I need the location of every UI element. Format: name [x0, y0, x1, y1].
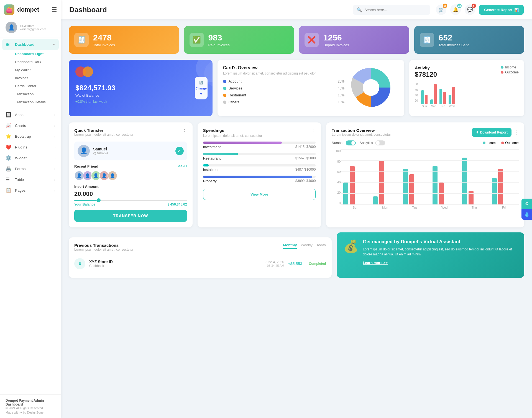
cards-overview-title: Card's Overview — [223, 65, 344, 70]
analytics-toggle[interactable] — [375, 140, 385, 145]
sidebar-item-dashboard[interactable]: ⊞ Dashboard ▼ — [2, 39, 59, 50]
others-pct: 15% — [338, 100, 344, 104]
submenu-item-invoices[interactable]: Invoices — [0, 74, 61, 82]
outcome-bar-sun — [425, 95, 428, 104]
total-sent-icon: 🧾 — [420, 33, 434, 47]
sidebar-item-widget[interactable]: ⚙️ Widget › — [0, 153, 61, 163]
sidebar-item-label-pages: Pages — [15, 188, 25, 193]
tx-tab-today[interactable]: Today — [316, 243, 326, 249]
property-amount: $3890 /$4000 — [295, 179, 316, 183]
settings-panel-button[interactable]: ⚙ — [521, 199, 532, 209]
submenu-item-transaction[interactable]: Transaction — [0, 90, 61, 98]
prev-tx-desc: Lorem ipsum dolor sit amet, consectetur — [74, 248, 133, 252]
income-bar-wed — [449, 95, 451, 104]
submenu-item-cards-center[interactable]: Cards Center — [0, 82, 61, 90]
cart-button[interactable]: 🛒 2 — [436, 4, 446, 15]
qt-user-card: 👤 Samuel @sam224 ✓ — [74, 142, 187, 160]
sidebar-item-charts[interactable]: 📈 Charts › — [0, 120, 61, 131]
total-invoices-icon: 🧾 — [74, 33, 89, 47]
sidebar-item-pages[interactable]: 📋 Pages › — [0, 185, 61, 196]
change-button[interactable]: 🔄 Change ▼ — [195, 77, 208, 99]
generate-report-button[interactable]: Generate Report 📊 — [479, 5, 524, 15]
download-report-button[interactable]: ⬇ Download Report — [472, 128, 511, 137]
prev-tx-header: Previous Transactions Lorem ipsum dolor … — [74, 243, 326, 254]
hamburger-icon[interactable]: ☰ — [52, 6, 57, 13]
services-label: Services — [229, 86, 242, 90]
chevron-down-small: ▼ — [200, 92, 203, 96]
activity-card: Activity $78120 Income Outcome — [409, 60, 524, 116]
mon-label: Mon — [431, 105, 436, 108]
qt-desc: Lorem ipsum dolor sit amet, consectetur — [74, 133, 133, 137]
chevron-right-icon-pages: › — [54, 189, 55, 192]
stat-card-paid-invoices: ✅ 983 Paid Invoices — [184, 26, 294, 54]
va-learn-more-link[interactable]: Learn more >> — [363, 261, 388, 265]
to-more-button[interactable]: ⋮ — [514, 129, 519, 135]
sidebar-item-forms[interactable]: 🖨️ Forms › — [0, 163, 61, 174]
activity-amount: $78120 — [415, 71, 437, 78]
bottom-section: Quick Transfer Lorem ipsum dolor sit ame… — [69, 122, 524, 227]
to-actions: ⬇ Download Report ⋮ — [472, 128, 519, 137]
sidebar-item-label-apps: Apps — [15, 113, 24, 117]
footer-copy: © 2021 All Rights Reserved — [6, 406, 55, 410]
total-sent-label: Total Invoices Sent — [439, 43, 469, 47]
to-outcome-tue — [409, 174, 414, 205]
bars-row — [341, 149, 519, 205]
right-panel: ⚙ 💧 — [521, 199, 532, 220]
activity-legend: Income Outcome — [501, 65, 519, 74]
submenu-item-dashboard-dark[interactable]: Dashboard Dark — [0, 58, 61, 66]
bars-container: Sun Mon — [421, 84, 519, 108]
submenu-item-transaction-details[interactable]: Transaction Details — [0, 98, 61, 106]
header-icons: 🛒 2 🔔 12 💬 5 Generate Report 📊 — [436, 4, 524, 15]
restaurant-bar-track — [203, 153, 316, 155]
color-panel-button[interactable]: 💧 — [521, 209, 532, 220]
sidebar-item-table[interactable]: ☰ Table › — [0, 174, 61, 185]
notifications-button[interactable]: 🔔 12 — [450, 4, 461, 15]
see-all-link[interactable]: See All — [177, 164, 187, 168]
analytics-toggle-label: Analytics — [360, 141, 373, 145]
va-text: Get managed by Dompet's Virtual Assistan… — [363, 239, 518, 265]
wed-label: Wed — [449, 105, 454, 108]
page-title: Dashboard — [69, 6, 347, 14]
messages-button[interactable]: 💬 5 — [465, 4, 475, 15]
submenu-item-my-wallet[interactable]: My Wallet — [0, 66, 61, 74]
search-input[interactable] — [364, 8, 420, 12]
balance-label: Your Balance — [74, 202, 95, 206]
to-income-fri — [492, 178, 497, 205]
tx-name: XYZ Store ID — [89, 260, 113, 264]
view-more-button[interactable]: View More — [203, 189, 316, 200]
transfer-now-button[interactable]: TRANSFER NOW — [74, 210, 187, 222]
spendings-more-button[interactable]: ⋮ — [311, 128, 316, 134]
sidebar-item-plugins[interactable]: ❤️ Plugins › — [0, 142, 61, 153]
others-label: Others — [229, 100, 239, 104]
y-tick-40: 40 — [332, 181, 341, 184]
chevron-right-icon-charts: › — [54, 124, 55, 127]
to-bar-group-wed — [433, 166, 457, 205]
slider-thumb — [97, 198, 101, 202]
amount-slider[interactable] — [74, 200, 187, 201]
co-item-services: Services 40% — [223, 86, 344, 90]
download-icon: ⬇ — [476, 130, 479, 134]
bottom-row: Previous Transactions Lorem ipsum dolor … — [69, 232, 524, 278]
sidebar-item-bootstrap[interactable]: ⭐ Bootstrap › — [0, 131, 61, 142]
number-toggle[interactable] — [346, 140, 356, 145]
user-info: Hi,William william@gmail.com — [20, 24, 46, 31]
cart-badge: 2 — [443, 4, 447, 8]
sidebar-item-apps[interactable]: 🔲 Apps › — [0, 109, 61, 120]
outcome-leg-dot — [501, 142, 504, 144]
qt-more-button[interactable]: ⋮ — [182, 128, 187, 134]
submenu-item-dashboard-light[interactable]: Dashboard Light — [0, 50, 61, 58]
investment-bar-track — [203, 142, 316, 144]
to-outcome-mon — [379, 160, 384, 205]
search-box[interactable]: 🔍 — [353, 5, 430, 15]
chart-with-xaxis: Sun Mon Tue Wed Thu Fri — [341, 149, 519, 210]
paid-invoices-info: 983 Paid Invoices — [208, 33, 230, 47]
paid-invoices-icon: ✅ — [190, 33, 204, 47]
quick-transfer-card: Quick Transfer Lorem ipsum dolor sit ame… — [69, 122, 193, 227]
search-icon: 🔍 — [357, 7, 362, 12]
tx-tab-monthly[interactable]: Monthly — [283, 243, 297, 249]
to-bar-group-tue — [403, 169, 427, 205]
tx-tab-weekly[interactable]: Weekly — [301, 243, 312, 249]
co-item-others: Others 15% — [223, 100, 344, 104]
content-area: 🧾 2478 Total Invoices ✅ 983 Paid Invoice… — [61, 19, 532, 418]
spending-item-restaurant: Restaurant $1567 /$5000 — [203, 153, 316, 160]
